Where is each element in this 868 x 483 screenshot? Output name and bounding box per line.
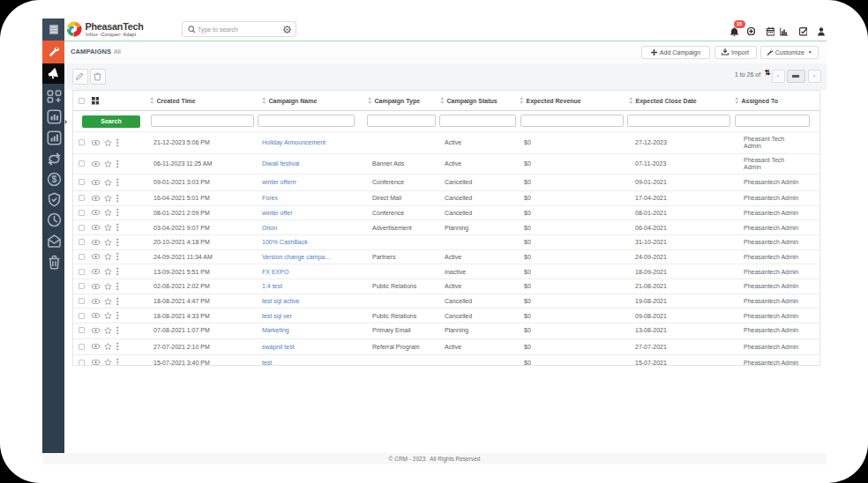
svg-text:$: $ [51, 175, 56, 184]
